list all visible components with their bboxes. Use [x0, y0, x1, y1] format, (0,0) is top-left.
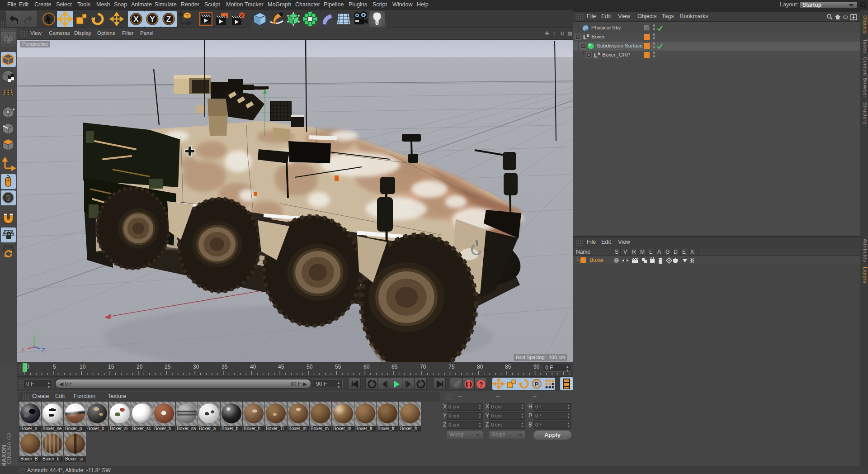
- svg-text:X: X: [21, 347, 25, 353]
- svg-text:15: 15: [108, 364, 114, 370]
- svg-text:55: 55: [335, 364, 341, 370]
- svg-text:P: P: [535, 381, 539, 388]
- svg-text:0: 0: [598, 52, 600, 56]
- svg-text:35: 35: [222, 364, 228, 370]
- svg-text:60: 60: [363, 364, 370, 370]
- svg-text:70: 70: [420, 364, 426, 370]
- svg-text:5: 5: [53, 364, 56, 370]
- svg-text:25: 25: [165, 364, 171, 370]
- svg-text:85: 85: [505, 364, 511, 370]
- svg-text:40: 40: [250, 364, 256, 370]
- svg-text:20: 20: [137, 364, 143, 370]
- svg-text:30: 30: [193, 364, 199, 370]
- svg-text:10: 10: [80, 364, 86, 370]
- svg-text:80: 80: [477, 364, 483, 370]
- svg-text:?: ?: [479, 381, 483, 388]
- svg-text:Z: Z: [42, 347, 45, 354]
- svg-text:50: 50: [307, 364, 313, 370]
- svg-text:S: S: [6, 194, 11, 202]
- svg-text:L: L: [583, 34, 587, 41]
- svg-text:0: 0: [587, 33, 589, 38]
- svg-text:L: L: [594, 52, 598, 59]
- svg-text:75: 75: [448, 364, 455, 370]
- svg-text:Y: Y: [150, 15, 155, 24]
- svg-text:45: 45: [278, 364, 284, 370]
- svg-text:90: 90: [533, 364, 540, 370]
- svg-text:0: 0: [26, 364, 29, 370]
- svg-text:X: X: [133, 15, 139, 24]
- svg-text:65: 65: [392, 364, 398, 370]
- svg-text:Z: Z: [166, 15, 171, 24]
